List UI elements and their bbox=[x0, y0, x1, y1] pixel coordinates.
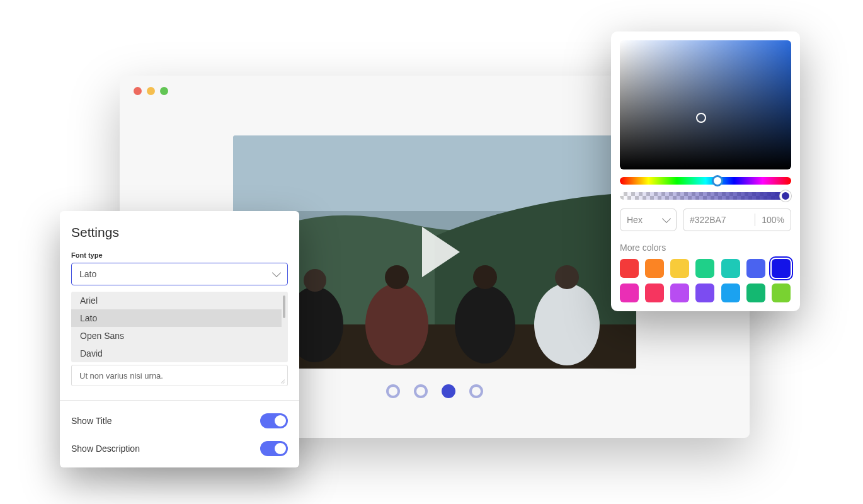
svg-point-7 bbox=[304, 269, 326, 292]
resize-handle-icon[interactable] bbox=[279, 377, 285, 384]
chevron-down-icon bbox=[272, 268, 281, 277]
hue-thumb[interactable] bbox=[712, 175, 723, 186]
font-option-ariel[interactable]: Ariel bbox=[71, 292, 282, 309]
show-title-label: Show Title bbox=[71, 416, 112, 426]
font-type-label: Font type bbox=[71, 251, 288, 259]
color-swatch-4[interactable] bbox=[721, 259, 740, 278]
alpha-thumb[interactable] bbox=[780, 190, 791, 202]
chevron-down-icon bbox=[662, 214, 671, 223]
svg-point-4 bbox=[365, 284, 428, 365]
play-icon[interactable] bbox=[422, 227, 460, 277]
font-option-opensans[interactable]: Open Sans bbox=[71, 327, 282, 345]
svg-point-6 bbox=[534, 284, 600, 365]
show-title-row: Show Title bbox=[71, 401, 288, 428]
settings-title: Settings bbox=[71, 225, 288, 240]
color-swatch-12[interactable] bbox=[746, 284, 765, 302]
color-gradient[interactable] bbox=[620, 40, 791, 169]
more-colors-label: More colors bbox=[620, 243, 791, 253]
color-inputs: Hex #322BA7 100% bbox=[620, 209, 791, 231]
color-swatch-11[interactable] bbox=[721, 284, 740, 302]
show-description-row: Show Description bbox=[71, 428, 288, 456]
svg-point-8 bbox=[385, 265, 409, 289]
font-dropdown: Ariel Lato Open Sans David bbox=[71, 292, 288, 362]
font-option-lato[interactable]: Lato bbox=[71, 309, 282, 327]
settings-panel: Settings Font type Lato Ariel Lato Open … bbox=[60, 211, 299, 467]
hex-input[interactable]: #322BA7 100% bbox=[683, 209, 791, 231]
color-swatch-5[interactable] bbox=[746, 259, 765, 278]
close-window-icon[interactable] bbox=[134, 87, 142, 95]
page-dot-1[interactable] bbox=[386, 384, 400, 398]
show-title-toggle[interactable] bbox=[260, 413, 288, 428]
minimize-window-icon[interactable] bbox=[147, 87, 155, 95]
color-swatch-2[interactable] bbox=[670, 259, 689, 278]
page-dot-4[interactable] bbox=[469, 384, 483, 398]
gradient-cursor-icon[interactable] bbox=[696, 113, 706, 123]
color-swatch-0[interactable] bbox=[620, 259, 639, 278]
hue-slider[interactable] bbox=[620, 177, 791, 185]
svg-point-9 bbox=[473, 265, 497, 289]
description-textarea[interactable]: Ut non varius nisi urna. bbox=[71, 365, 288, 386]
font-select-value: Lato bbox=[79, 269, 96, 279]
color-swatch-1[interactable] bbox=[645, 259, 664, 278]
svg-point-10 bbox=[555, 265, 579, 289]
color-swatch-7[interactable] bbox=[620, 284, 639, 302]
color-format-select[interactable]: Hex bbox=[620, 209, 677, 231]
font-option-david[interactable]: David bbox=[71, 345, 282, 362]
dropdown-scrollbar[interactable] bbox=[283, 295, 285, 318]
show-description-label: Show Description bbox=[71, 444, 140, 454]
color-swatch-8[interactable] bbox=[645, 284, 664, 302]
color-swatch-3[interactable] bbox=[695, 259, 714, 278]
svg-point-5 bbox=[455, 285, 515, 364]
color-swatches bbox=[620, 259, 791, 302]
color-format-value: Hex bbox=[627, 215, 643, 225]
show-description-toggle[interactable] bbox=[260, 441, 288, 456]
alpha-slider[interactable] bbox=[620, 192, 791, 200]
color-picker-panel: Hex #322BA7 100% More colors bbox=[611, 32, 800, 311]
hex-value: #322BA7 bbox=[683, 215, 755, 225]
color-swatch-9[interactable] bbox=[670, 284, 689, 302]
color-swatch-6[interactable] bbox=[772, 259, 791, 278]
textarea-value: Ut non varius nisi urna. bbox=[79, 371, 163, 381]
color-swatch-13[interactable] bbox=[772, 284, 791, 302]
maximize-window-icon[interactable] bbox=[160, 87, 168, 95]
page-dot-2[interactable] bbox=[414, 384, 428, 398]
page-dot-3[interactable] bbox=[442, 384, 455, 398]
pagination bbox=[386, 384, 483, 398]
font-select[interactable]: Lato bbox=[71, 263, 288, 285]
opacity-value: 100% bbox=[755, 215, 791, 225]
color-swatch-10[interactable] bbox=[695, 284, 714, 302]
